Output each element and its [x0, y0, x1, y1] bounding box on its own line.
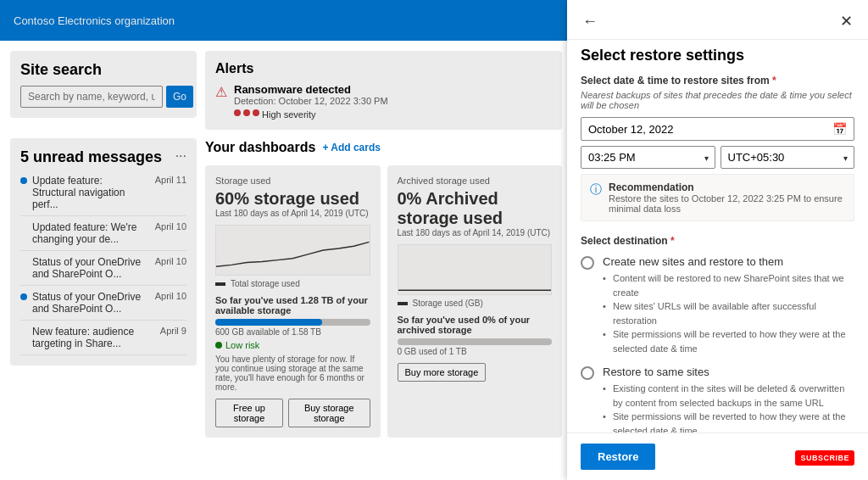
- progress-caption: 600 GB available of 1.58 TB: [215, 327, 370, 337]
- timezone-select-wrapper: UTC+05:30 UTC+00:00 UTC-05:00 ▾: [721, 146, 855, 169]
- msg-text: Status of your OneDrive and SharePoint O…: [32, 256, 155, 280]
- read-dot: [20, 328, 27, 335]
- buy-more-storage-button[interactable]: Buy more storage: [398, 363, 487, 382]
- alert-detection: Detection: October 12, 2022 3:30 PM: [234, 96, 388, 106]
- date-label: Select date & time to restore sites from…: [581, 75, 854, 87]
- add-cards-button[interactable]: + Add cards: [322, 142, 381, 153]
- archived-chart-svg: [398, 245, 552, 294]
- message-center-card: 5 unread messages ··· Update feature: St…: [10, 138, 197, 366]
- progress-label: So far you've used 1.28 TB of your avail…: [215, 295, 370, 315]
- date-helper: Nearest backups of sites that precedes t…: [581, 90, 854, 110]
- radio-same-sites[interactable]: [581, 366, 594, 380]
- rec-text: Restore the sites to October 12, 2022 3:…: [609, 193, 845, 214]
- time-select-wrapper: 03:25 PM 03:00 PM 02:30 PM ▾: [581, 146, 715, 169]
- risk-text: You have plenty of storage for now. If y…: [215, 354, 370, 392]
- msg-date: April 10: [155, 256, 186, 266]
- radio-bullets-same-sites: Existing content in the sites will be de…: [603, 382, 854, 433]
- search-input[interactable]: [20, 86, 163, 108]
- panel-title: Select restore settings: [567, 40, 868, 75]
- msg-text: Update feature: Structural navigation pe…: [32, 175, 155, 210]
- msg-date: April 9: [160, 326, 186, 336]
- progress-track: [398, 338, 553, 345]
- archived-card: Archived storage used 0% Archived storag…: [387, 165, 563, 438]
- radio-title-new-sites: Create new sites and restore to them: [603, 255, 854, 268]
- read-dot: [20, 224, 27, 231]
- yt-badge-wrapper: SUBSCRIBE: [795, 450, 854, 463]
- free-storage-button[interactable]: Free up storage: [215, 399, 283, 427]
- bullet-item: Site permissions will be reverted to how…: [603, 327, 854, 355]
- message-list: Update feature: Structural navigation pe…: [20, 170, 186, 355]
- org-name: Contoso Electronics organization: [14, 14, 175, 27]
- msg-text: Updated feature: We're changing your de.…: [32, 221, 155, 245]
- back-button[interactable]: ←: [581, 11, 599, 32]
- bullet-item: New sites' URLs will be available after …: [603, 299, 854, 327]
- progress-label: So far you've used 0% of your archived s…: [398, 315, 553, 335]
- msg-date: April 10: [155, 221, 186, 232]
- panel-body: Select date & time to restore sites from…: [567, 75, 868, 433]
- unread-dot: [20, 177, 27, 184]
- legend-color: [215, 282, 225, 286]
- site-search-card: Site search Go: [10, 51, 197, 118]
- panel-nav: ←: [581, 11, 599, 32]
- alert-title: Ransomware detected: [234, 83, 388, 96]
- alert-icon: ⚠: [215, 84, 227, 100]
- progress-track: [215, 319, 370, 326]
- message-center-menu[interactable]: ···: [175, 148, 186, 166]
- storage-card: Storage used 60% storage used Last 180 d…: [205, 165, 381, 438]
- date-input-row[interactable]: 📅: [581, 117, 854, 141]
- alerts-card: Alerts ⚠ Ransomware detected Detection: …: [205, 51, 562, 130]
- buy-storage-button[interactable]: Buy storage storage: [288, 399, 370, 427]
- bg-header: Contoso Electronics organization: [0, 0, 572, 41]
- legend-label: Storage used (GB): [413, 299, 483, 308]
- radio-bullets-new-sites: Content will be restored to new SharePoi…: [603, 271, 854, 355]
- list-item: Update feature: Structural navigation pe…: [20, 170, 186, 216]
- restore-panel: ← ✕ Select restore settings Select date …: [567, 0, 868, 480]
- radio-content-same-sites: Restore to same sites Existing content i…: [603, 366, 854, 433]
- storage-chart: [215, 225, 370, 276]
- rec-title: Recommendation: [609, 181, 845, 193]
- calendar-icon[interactable]: 📅: [832, 122, 847, 136]
- dashboard-cards: Storage used 60% storage used Last 180 d…: [205, 165, 562, 438]
- archived-card-title: Archived storage used: [398, 176, 553, 186]
- storage-sub: Last 180 days as of April 14, 2019 (UTC): [215, 209, 370, 218]
- storage-card-title: Storage used: [215, 176, 370, 186]
- severity-dot: [253, 109, 259, 116]
- date-input[interactable]: [588, 123, 832, 136]
- archived-sub: Last 180 days as of April 14, 2019 (UTC): [398, 228, 553, 237]
- msg-text: New feature: audience targeting in Share…: [32, 326, 160, 349]
- list-item: Status of your OneDrive and SharePoint O…: [20, 286, 186, 321]
- list-item: Status of your OneDrive and SharePoint O…: [20, 251, 186, 286]
- radio-content-new-sites: Create new sites and restore to them Con…: [603, 255, 854, 355]
- panel-header: ← ✕: [567, 0, 868, 40]
- bullet-item: Site permissions will be reverted to how…: [603, 410, 854, 433]
- radio-option-same-sites[interactable]: Restore to same sites Existing content i…: [581, 366, 854, 433]
- close-button[interactable]: ✕: [838, 10, 854, 32]
- time-select[interactable]: 03:25 PM 03:00 PM 02:30 PM: [581, 146, 715, 169]
- progress-fill: [215, 319, 322, 326]
- recommendation-box: ⓘ Recommendation Restore the sites to Oc…: [581, 174, 854, 221]
- storage-chart-svg: [216, 226, 370, 275]
- archived-big: 0% Archived storage used: [398, 189, 553, 228]
- alerts-title: Alerts: [215, 61, 552, 76]
- time-row: 03:25 PM 03:00 PM 02:30 PM ▾ UTC+05:30 U…: [581, 146, 854, 169]
- archived-chart: [398, 244, 553, 295]
- search-go-button[interactable]: Go: [166, 86, 193, 108]
- dashboards-section: Your dashboards + Add cards: [205, 140, 562, 155]
- dashboards-title: Your dashboards + Add cards: [205, 140, 562, 155]
- severity-label: High severity: [262, 109, 316, 120]
- msg-date: April 10: [155, 291, 186, 301]
- bullet-item: Existing content in the sites will be de…: [603, 382, 854, 410]
- timezone-select[interactable]: UTC+05:30 UTC+00:00 UTC-05:00: [721, 146, 855, 169]
- destination-section: Select destination * Create new sites an…: [581, 235, 854, 433]
- youtube-subscribe-badge: SUBSCRIBE: [795, 450, 854, 466]
- severity-dot: [234, 109, 241, 116]
- destination-label: Select destination *: [581, 235, 854, 247]
- message-center-title: 5 unread messages: [20, 148, 162, 166]
- legend-color: [398, 302, 408, 305]
- info-icon: ⓘ: [590, 182, 602, 198]
- radio-new-sites[interactable]: [581, 256, 594, 270]
- restore-button[interactable]: Restore: [581, 444, 655, 470]
- radio-option-new-sites[interactable]: Create new sites and restore to them Con…: [581, 255, 854, 355]
- bullet-item: Content will be restored to new SharePoi…: [603, 271, 854, 299]
- progress-caption: 0 GB used of 1 TB: [398, 347, 553, 356]
